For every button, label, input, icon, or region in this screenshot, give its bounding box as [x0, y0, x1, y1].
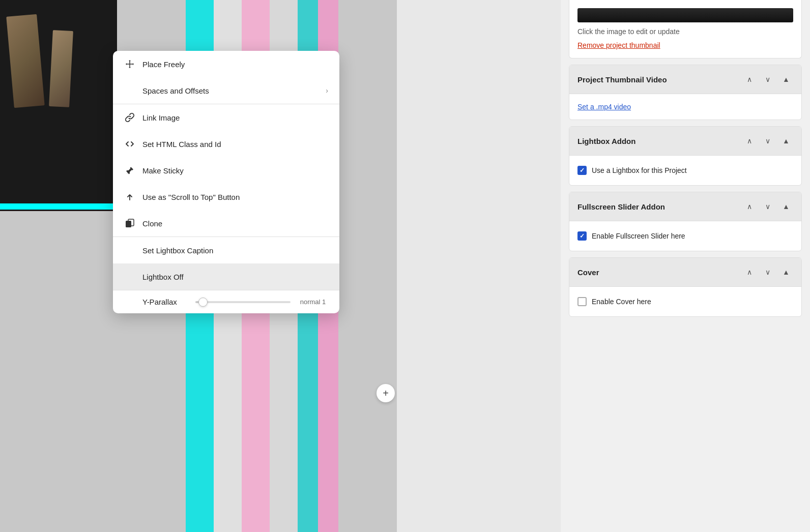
spaces-offsets-menu-item[interactable]: Spaces and Offsets ›	[113, 77, 339, 104]
canvas-background-image	[0, 0, 117, 211]
fullscreen-slider-title: Fullscreen Slider Addon	[577, 202, 738, 211]
fullscreen-checkbox[interactable]	[577, 231, 587, 241]
lightbox-checkbox[interactable]	[577, 166, 587, 175]
fullscreen-checkbox-row: Enable Fullscreen Slider here	[577, 229, 793, 243]
arrows-icon	[124, 58, 135, 70]
thumbnail-video-header: Project Thumbnail Video ∧ ∨ ▲	[569, 65, 801, 94]
link-image-menu-item[interactable]: Link Image	[113, 104, 339, 131]
plus-icon: +	[383, 388, 389, 399]
fullscreen-checkbox-label: Enable Fullscreen Slider here	[592, 232, 685, 240]
context-menu: Place Freely Spaces and Offsets › Link I…	[113, 51, 339, 313]
link-icon	[124, 112, 135, 123]
clone-label: Clone	[142, 219, 162, 228]
remove-thumbnail-link[interactable]: Remove project thumbnail	[577, 41, 660, 49]
cover-checkbox-label: Enable Cover here	[592, 298, 651, 306]
add-element-button[interactable]: +	[377, 384, 395, 402]
scroll-to-top-menu-item[interactable]: Use as "Scroll to Top" Button	[113, 184, 339, 210]
y-parallax-row: Y-Parallax normal 1	[113, 290, 339, 313]
set-html-label: Set HTML Class and Id	[142, 140, 221, 149]
thumbnail-image-card: Click the image to edit or update Remove…	[569, 0, 802, 58]
right-panel: Click the image to edit or update Remove…	[561, 0, 810, 532]
scroll-to-top-label: Use as "Scroll to Top" Button	[142, 193, 240, 201]
spaces-offsets-label: Spaces and Offsets	[142, 86, 209, 95]
cover-checkbox[interactable]	[577, 297, 587, 306]
fullscreen-collapse-btn[interactable]: ▲	[779, 199, 793, 214]
thumbnail-video-collapse-btn[interactable]: ▲	[779, 72, 793, 86]
pin-icon	[124, 165, 135, 176]
cyan-horizontal-bar	[0, 203, 117, 210]
set-lightbox-caption-label: Set Lightbox Caption	[142, 246, 213, 255]
click-to-edit-text: Click the image to edit or update	[577, 27, 793, 36]
cover-title: Cover	[577, 268, 738, 277]
make-sticky-label: Make Sticky	[142, 166, 184, 175]
y-parallax-label: Y-Parallax	[142, 298, 188, 306]
lightbox-checkbox-label: Use a Lightbox for this Project	[592, 166, 687, 174]
lightbox-up-btn[interactable]: ∧	[742, 134, 757, 148]
lightbox-addon-title: Lightbox Addon	[577, 137, 738, 145]
lightbox-addon-card: Lightbox Addon ∧ ∨ ▲ Use a Lightbox for …	[569, 126, 802, 186]
thumbnail-video-down-btn[interactable]: ∨	[761, 72, 775, 86]
set-lightbox-caption-menu-item[interactable]: Set Lightbox Caption	[113, 237, 339, 263]
y-parallax-slider[interactable]	[195, 301, 291, 303]
cover-checkbox-row: Enable Cover here	[577, 295, 793, 308]
thumbnail-image[interactable]	[577, 8, 793, 22]
lightbox-addon-header: Lightbox Addon ∧ ∨ ▲	[569, 127, 801, 156]
thumbnail-video-card: Project Thumbnail Video ∧ ∨ ▲ Set a .mp4…	[569, 65, 802, 120]
cover-card: Cover ∧ ∨ ▲ Enable Cover here	[569, 257, 802, 317]
thumbnail-video-body: Set a .mp4 video	[569, 94, 801, 120]
clone-menu-item[interactable]: Clone	[113, 210, 339, 237]
set-mp4-link[interactable]: Set a .mp4 video	[577, 103, 631, 111]
lightbox-down-btn[interactable]: ∨	[761, 134, 775, 148]
lightbox-off-label: Lightbox Off	[142, 273, 184, 281]
cover-down-btn[interactable]: ∨	[761, 265, 775, 279]
slider-thumb[interactable]	[198, 298, 208, 307]
fullscreen-slider-header: Fullscreen Slider Addon ∧ ∨ ▲	[569, 192, 801, 221]
y-parallax-value: normal 1	[298, 298, 328, 306]
lightbox-off-menu-item[interactable]: Lightbox Off	[113, 263, 339, 290]
arrow-up-icon	[124, 191, 135, 202]
chevron-right-icon: ›	[326, 86, 328, 95]
cover-header: Cover ∧ ∨ ▲	[569, 258, 801, 287]
cover-body: Enable Cover here	[569, 287, 801, 316]
lightbox-checkbox-row: Use a Lightbox for this Project	[577, 164, 793, 177]
place-freely-menu-item[interactable]: Place Freely	[113, 51, 339, 77]
thumbnail-video-up-btn[interactable]: ∧	[742, 72, 757, 86]
thumbnail-video-title: Project Thumbnail Video	[577, 75, 738, 84]
clone-icon	[124, 218, 135, 229]
link-image-label: Link Image	[142, 113, 180, 122]
cover-up-btn[interactable]: ∧	[742, 265, 757, 279]
fullscreen-slider-card: Fullscreen Slider Addon ∧ ∨ ▲ Enable Ful…	[569, 192, 802, 251]
lightbox-collapse-btn[interactable]: ▲	[779, 134, 793, 148]
fullscreen-slider-body: Enable Fullscreen Slider here	[569, 221, 801, 251]
set-html-menu-item[interactable]: Set HTML Class and Id	[113, 131, 339, 157]
fullscreen-down-btn[interactable]: ∨	[761, 199, 775, 214]
place-freely-label: Place Freely	[142, 60, 185, 69]
code-icon	[124, 138, 135, 150]
lightbox-addon-body: Use a Lightbox for this Project	[569, 156, 801, 185]
make-sticky-menu-item[interactable]: Make Sticky	[113, 157, 339, 184]
thumbnail-image-card-body: Click the image to edit or update Remove…	[569, 0, 801, 58]
cover-collapse-btn[interactable]: ▲	[779, 265, 793, 279]
fullscreen-up-btn[interactable]: ∧	[742, 199, 757, 214]
